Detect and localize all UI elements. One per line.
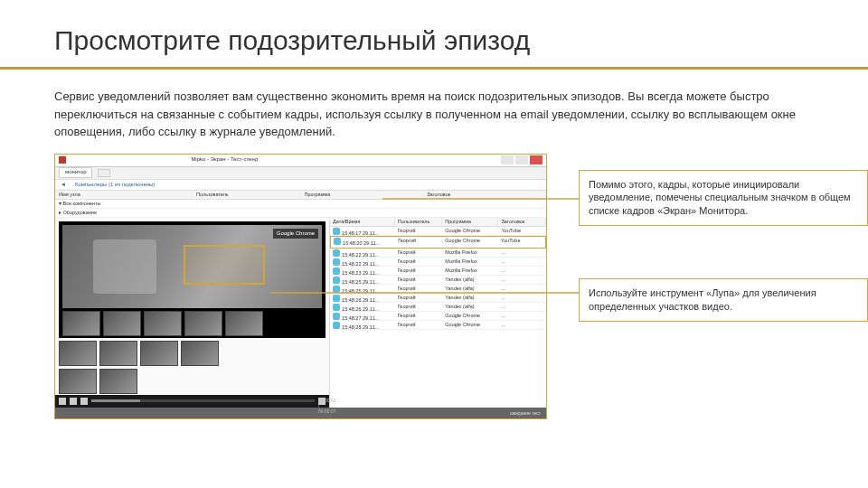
list-item: 15:48:17 29.11...ГеоргийGoogle ChromeYou…: [330, 227, 546, 236]
thumbnail: [99, 341, 137, 366]
tree-row: ▸ Оборудование: [55, 209, 546, 218]
thumbnail: [59, 369, 97, 394]
frames-list-header: Дата/Время Пользователь Программа Заголо…: [330, 218, 546, 227]
timecode: 00:00:02 / 00:00:07: [318, 398, 326, 405]
thumbnail-strip: [62, 311, 322, 336]
callout-note-1: Помимо этого, кадры, которые инициировал…: [579, 170, 868, 227]
status-text: ожидание тест: [510, 410, 541, 416]
thumbnail: [99, 369, 137, 394]
list-item: 15:48:26 29.11...ГеоргийYandex (alfa)...: [330, 303, 546, 312]
thumbnail: [181, 341, 219, 366]
col-program: Программа: [300, 191, 423, 199]
play-icon: [59, 398, 66, 405]
next-icon: [80, 398, 88, 405]
window-title: Mipko - Экран - Тест-стенд: [191, 156, 258, 163]
list-item: 15:48:25 29.11...ГеоргийYandex (alfa)...: [330, 285, 546, 294]
thumbnail: [144, 311, 182, 336]
tree-label: ▸ Оборудование: [55, 209, 100, 217]
close-icon: [530, 155, 542, 164]
col-title: Заголовок: [498, 218, 546, 226]
col-program: Программа: [442, 218, 498, 226]
col-user: Пользователь: [193, 191, 300, 199]
tree-label: ▾ Все компоненты: [55, 200, 104, 208]
toolbar-button: [98, 169, 110, 177]
list-item: 15:48:20 29.11...ГеоргийGoogle ChromeYou…: [330, 236, 546, 249]
list-item: 15:48:25 29.11...ГеоргийYandex (alfa)...: [330, 276, 546, 285]
slide-title: Просмотрите подозрительный эпизод: [54, 25, 814, 56]
breadcrumb-text: Компьютеры (1 из подключены): [75, 182, 155, 188]
thumbnail: [103, 311, 141, 336]
callout-text-1: Помимо этого, кадры, которые инициировал…: [589, 179, 851, 217]
thumbnail: [59, 341, 97, 366]
status-bar: ожидание тест: [55, 408, 546, 418]
frames-list: Дата/Время Пользователь Программа Заголо…: [330, 218, 546, 408]
col-datetime: Дата/Время: [330, 218, 395, 226]
list-item: 15:48:27 29.11...ГеоргийGoogle Chrome...: [330, 312, 546, 321]
app-icon: [59, 156, 66, 164]
title-rule: [54, 67, 814, 70]
list-item: 15:48:26 29.11...ГеоргийYandex (alfa)...: [330, 294, 546, 303]
max-icon: [515, 155, 528, 164]
thumbnail: [62, 311, 100, 336]
thumbnail: [184, 311, 222, 336]
video-viewer: Google Chrome: [55, 218, 330, 408]
callout-note-2: Используйте инструмент «Лупа» для увелич…: [579, 278, 868, 322]
window-titlebar: Mipko - Экран - Тест-стенд: [55, 155, 546, 167]
breadcrumb: ◄ Компьютеры (1 из подключены): [55, 180, 546, 191]
thumbnail: [225, 311, 263, 336]
prev-icon: [70, 398, 77, 405]
thumbnail-strip-2: [59, 341, 326, 366]
preview-app-label: Google Chrome: [273, 229, 318, 239]
toolbar: монитор: [55, 167, 546, 180]
magnifier-highlight: [184, 245, 265, 285]
toolbar-tab: монитор: [59, 167, 92, 177]
list-item: 15:48:22 29.11...ГеоргийMozilla Firefox.…: [330, 258, 546, 267]
app-screenshot: Mipko - Экран - Тест-стенд монитор ◄ Ком…: [54, 154, 547, 419]
list-item: 15:48:22 29.11...ГеоргийMozilla Firefox.…: [330, 249, 546, 258]
video-frame: Google Chrome: [62, 225, 322, 308]
progress-bar: [91, 399, 315, 402]
player-controls: 00:00:02 / 00:00:07: [55, 395, 329, 408]
back-icon: ◄: [61, 182, 66, 188]
list-item: 15:48:28 29.11...ГеоргийGoogle Chrome...: [330, 321, 546, 330]
list-item: 15:48:23 29.11...ГеоргийMozilla Firefox.…: [330, 267, 546, 276]
thumbnail-strip-3: [59, 369, 326, 394]
callout-text-2: Используйте инструмент «Лупа» для увелич…: [589, 287, 816, 312]
col-title: Заголовок: [423, 191, 546, 199]
col-host: Имя узла: [55, 191, 193, 199]
intro-text: Сервис уведомлений позволяет вам существ…: [54, 88, 814, 141]
thumbnail: [140, 341, 178, 366]
col-user: Пользователь: [395, 218, 443, 226]
grid-header: Имя узла Пользователь Программа Заголово…: [55, 191, 546, 200]
tree-row: ▾ Все компоненты: [55, 200, 546, 209]
min-icon: [501, 155, 514, 164]
